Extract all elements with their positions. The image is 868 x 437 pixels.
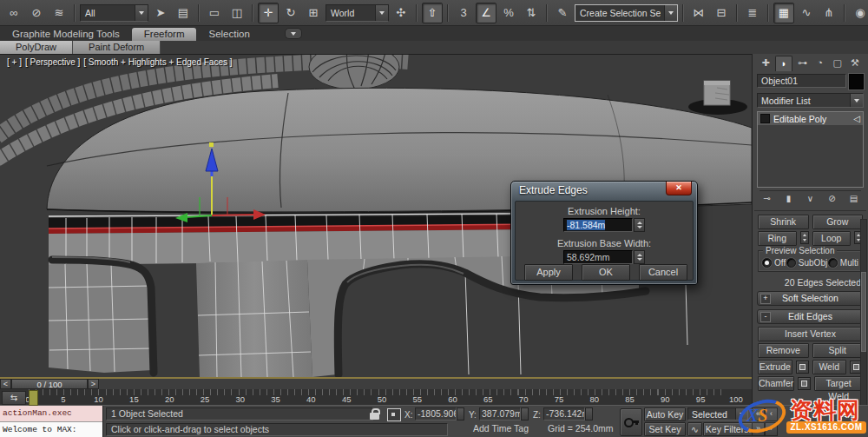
extrusion-height-field[interactable]: -81.584m (563, 218, 633, 232)
set-keys-button[interactable] (620, 408, 642, 436)
viewport-menu-plus[interactable]: [ + ] (7, 57, 22, 67)
chevron-down-icon[interactable] (850, 94, 863, 107)
track-bar[interactable]: 0510 152025 303540 455055 606570 758085 … (0, 389, 752, 406)
previous-frame-button[interactable]: < (0, 379, 11, 389)
remove-modifier-icon[interactable]: ⊘ (825, 193, 839, 205)
preview-off-radio[interactable]: Off (762, 258, 786, 268)
y-coord-field[interactable]: 387.079mm (479, 407, 521, 420)
absolute-mode-toggle-icon[interactable] (387, 408, 401, 421)
set-key-button[interactable]: Set Key (644, 422, 686, 436)
snaps-toggle-icon[interactable]: 3 (453, 3, 474, 23)
z-coord-field[interactable]: -736.142m (543, 407, 585, 420)
listener-script-line[interactable]: Welcome to MAX: (0, 422, 102, 437)
scrollbar-thumb[interactable] (861, 272, 866, 352)
selection-filter-dropdown[interactable]: All (80, 4, 148, 22)
display-tab-icon[interactable]: ▢ (830, 56, 845, 70)
hierarchy-tab-icon[interactable]: ⊶ (794, 56, 810, 70)
y-coord-spinner[interactable] (521, 407, 529, 420)
close-icon[interactable]: ✕ (666, 182, 692, 195)
x-coord-field[interactable]: -1805.906 (415, 407, 457, 420)
graphite-ribbon-toggle-icon[interactable]: ▦ (773, 3, 794, 23)
next-frame-button[interactable]: > (88, 379, 99, 389)
layer-manager-icon[interactable]: ≣ (742, 3, 763, 23)
current-frame-marker[interactable] (29, 390, 38, 406)
add-time-tag-button[interactable]: Add Time Tag (469, 423, 538, 434)
remove-button[interactable]: Remove (758, 343, 809, 358)
open-mini-curve-editor-button[interactable]: ⇆ (2, 391, 26, 405)
loop-button[interactable]: Loop (812, 231, 852, 246)
bind-to-space-warp-icon[interactable]: ≋ (49, 3, 69, 23)
modifier-list-dropdown[interactable]: Modifier List (757, 93, 864, 108)
reference-coordinate-dropdown[interactable]: World (326, 4, 389, 22)
extrusion-height-spinner[interactable] (634, 218, 645, 232)
edit-edges-rollout-header[interactable]: - Edit Edges (757, 309, 864, 324)
angle-snap-toggle-icon[interactable]: ∠ (476, 3, 496, 23)
chevron-down-icon[interactable] (664, 5, 677, 21)
subobject-expand-icon[interactable] (760, 114, 770, 123)
create-tab-icon[interactable]: ✚ (758, 56, 773, 70)
extrude-edges-dialog[interactable]: Extrude Edges ✕ Extrusion Height: -81.58… (510, 181, 698, 285)
ok-button[interactable]: OK (582, 264, 630, 281)
configure-modifier-sets-icon[interactable]: ▤ (846, 193, 861, 205)
rectangular-selection-region-icon[interactable]: ▭ (204, 3, 225, 23)
default-tangent-button[interactable]: ∿ (687, 422, 702, 436)
subtab-polydraw[interactable]: PolyDraw (0, 41, 73, 54)
select-and-link-icon[interactable]: ∞ (3, 3, 24, 23)
chevron-down-icon[interactable] (375, 5, 388, 21)
insert-vertex-button[interactable]: Insert Vertex (758, 327, 863, 341)
rollout-collapse-icon[interactable]: - (760, 312, 771, 322)
pin-stack-icon[interactable]: ⊸ (760, 193, 774, 205)
named-selection-dropdown[interactable]: Create Selection Se (575, 4, 678, 22)
chevron-down-icon[interactable] (135, 5, 148, 21)
cancel-button[interactable]: Cancel (639, 264, 687, 281)
chamfer-settings-button[interactable] (798, 377, 811, 390)
material-editor-icon[interactable]: ◉ (850, 3, 868, 23)
maxscript-mini-listener[interactable]: actionMan.exec Welcome to MAX: (0, 406, 103, 437)
tab-freeform[interactable]: Freeform (132, 28, 197, 41)
modify-tab-icon[interactable]: ◗ (775, 56, 792, 71)
object-color-swatch[interactable] (849, 74, 864, 89)
x-coord-spinner[interactable] (457, 407, 464, 420)
rollout-expand-icon[interactable]: + (760, 294, 771, 304)
stack-item-editable-poly[interactable]: Editable Poly ◁ (758, 112, 863, 125)
curve-editor-icon[interactable]: ∿ (796, 3, 817, 23)
object-name-field[interactable]: Object01 (757, 74, 846, 88)
spinner-snap-toggle-icon[interactable]: ⇅ (521, 3, 542, 23)
apply-button[interactable]: Apply (524, 264, 573, 281)
show-end-result-icon[interactable]: ▮ (781, 193, 796, 205)
edit-named-selection-sets-icon[interactable]: ✎ (552, 3, 573, 23)
extrusion-base-width-spinner[interactable] (634, 250, 645, 264)
preview-multi-radio[interactable]: Multi (828, 258, 858, 268)
select-by-name-icon[interactable]: ▤ (173, 3, 194, 23)
viewport-menu-shading[interactable]: [ Smooth + Highlights + Edged Faces ] (83, 57, 232, 67)
extrude-button[interactable]: Extrude (758, 360, 792, 374)
motion-tab-icon[interactable]: ◔ (812, 56, 828, 70)
select-and-rotate-icon[interactable]: ↻ (280, 3, 301, 23)
auto-key-button[interactable]: Auto Key (644, 407, 686, 421)
select-and-scale-icon[interactable]: ⊞ (303, 3, 324, 23)
chamfer-button[interactable]: Chamfer (758, 376, 794, 391)
modifier-stack[interactable]: Editable Poly ◁ (757, 111, 864, 188)
split-button[interactable]: Split (812, 343, 864, 358)
ring-spinner[interactable] (800, 231, 809, 244)
selection-lock-toggle-icon[interactable] (368, 408, 382, 420)
percent-snap-toggle-icon[interactable]: % (498, 3, 519, 23)
utilities-tab-icon[interactable]: ⚒ (847, 56, 863, 70)
window-crossing-toggle-icon[interactable]: ◫ (227, 3, 247, 23)
shrink-button[interactable]: Shrink (758, 215, 809, 229)
viewport-label[interactable]: [ + ] [ Perspective ] [ Smooth + Highlig… (7, 57, 233, 67)
unlink-selection-icon[interactable]: ⊘ (26, 3, 47, 23)
tab-selection[interactable]: Selection (196, 28, 261, 41)
tab-graphite-modeling-tools[interactable]: Graphite Modeling Tools (0, 28, 132, 41)
preview-subobj-radio[interactable]: SubObj (786, 258, 827, 268)
time-slider-handle[interactable]: 0 / 100 (11, 379, 88, 389)
keyboard-shortcut-override-icon[interactable]: ⇧ (422, 3, 443, 23)
schematic-view-icon[interactable]: ⋔ (819, 3, 839, 23)
subtab-paint-deform[interactable]: Paint Deform (73, 41, 161, 54)
z-coord-spinner[interactable] (585, 407, 593, 420)
select-object-icon[interactable]: ➤ (150, 3, 171, 23)
extrusion-base-width-field[interactable]: 58.692mm (563, 250, 633, 264)
soft-selection-rollout-header[interactable]: + Soft Selection (757, 291, 864, 306)
weld-button[interactable]: Weld (812, 360, 847, 374)
use-pivot-point-center-icon[interactable]: ✣ (391, 3, 411, 23)
